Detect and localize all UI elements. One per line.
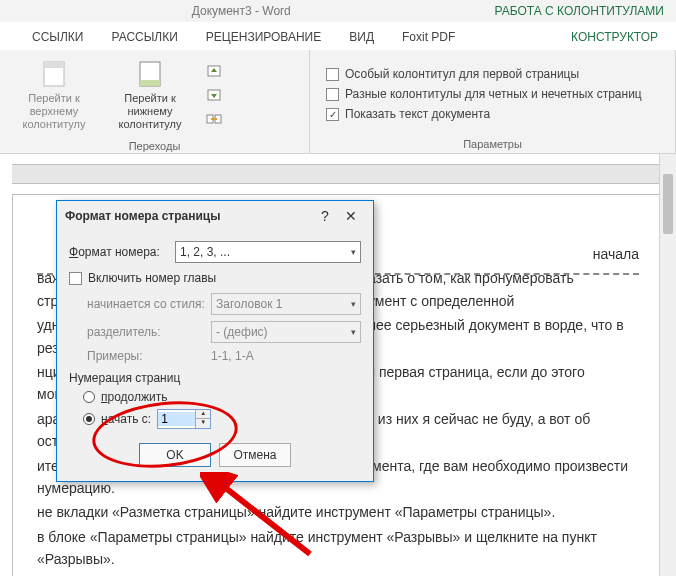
chevron-down-icon: ▾ xyxy=(351,327,356,337)
examples-label: Примеры: xyxy=(87,349,205,363)
group-nav-label: Переходы xyxy=(0,140,309,155)
tab-review[interactable]: РЕЦЕНЗИРОВАНИЕ xyxy=(192,24,335,50)
radio-icon xyxy=(83,391,95,403)
starts-style-label: начинается со стиля: xyxy=(87,297,205,311)
show-document-label: Показать текст документа xyxy=(345,107,490,121)
checkbox-icon xyxy=(69,272,82,285)
link-previous-button[interactable] xyxy=(202,108,226,130)
ribbon-tabs: ССЫЛКИ РАССЫЛКИ РЕЦЕНЗИРОВАНИЕ ВИД Foxit… xyxy=(0,22,676,50)
page-number-format-dialog: Формат номера страницы ? ✕ ФФормат номер… xyxy=(56,200,374,482)
separator-value: - (дефис) xyxy=(216,325,268,339)
scrollbar-thumb[interactable] xyxy=(663,174,673,234)
checkbox-icon xyxy=(326,68,339,81)
starts-style-value: Заголовок 1 xyxy=(216,297,282,311)
text-line: не вкладки «Разметка страницы» найдите и… xyxy=(37,501,639,523)
help-button[interactable]: ? xyxy=(313,208,337,224)
format-label: ФФормат номера:ормат номера: xyxy=(69,245,169,259)
continue-radio[interactable]: продолжить продолжить xyxy=(83,390,361,404)
tab-foxit[interactable]: Foxit PDF xyxy=(388,24,469,50)
dialog-title: Формат номера страницы xyxy=(65,209,313,223)
chevron-down-icon: ▾ xyxy=(351,247,356,257)
dialog-titlebar[interactable]: Формат номера страницы ? ✕ xyxy=(57,201,373,231)
spin-up-button[interactable]: ▲ xyxy=(196,410,210,419)
page-gap xyxy=(12,164,664,184)
group-params-label: Параметры xyxy=(310,138,675,153)
separator-dropdown: - (дефис) ▾ xyxy=(211,321,361,343)
tab-mailings[interactable]: РАССЫЛКИ xyxy=(97,24,191,50)
svg-rect-8 xyxy=(211,118,217,120)
different-odd-even-label: Разные колонтитулы для четных и нечетных… xyxy=(345,87,642,101)
number-format-dropdown[interactable]: 1, 2, 3, ... ▾ xyxy=(175,241,361,263)
prev-section-button[interactable] xyxy=(202,60,226,82)
link-icon xyxy=(206,111,222,127)
text-line: едприятия и фирмы, государственные орган… xyxy=(37,572,639,576)
next-section-button[interactable] xyxy=(202,84,226,106)
tab-links[interactable]: ССЫЛКИ xyxy=(18,24,97,50)
header-icon xyxy=(38,58,70,90)
vertical-scrollbar[interactable] xyxy=(659,154,676,576)
include-chapter-checkbox[interactable]: Включить номер главы xyxy=(69,271,361,285)
format-value: 1, 2, 3, ... xyxy=(180,245,230,259)
start-at-spinner[interactable]: 1 ▲ ▼ xyxy=(157,409,211,429)
checkbox-checked-icon: ✓ xyxy=(326,108,339,121)
page-numbering-group: Нумерация страниц xyxy=(69,371,361,385)
goto-footer-label: Перейти к нижнему колонтитулу xyxy=(104,92,196,132)
svg-rect-3 xyxy=(140,80,160,86)
continue-label: продолжить xyxy=(101,390,167,404)
next-icon xyxy=(206,87,222,103)
goto-header-button[interactable]: Перейти к верхнему колонтитулу xyxy=(6,54,102,136)
close-button[interactable]: ✕ xyxy=(337,208,365,224)
ok-button[interactable]: OK xyxy=(139,443,211,467)
goto-footer-button[interactable]: Перейти к нижнему колонтитулу xyxy=(102,54,198,136)
spin-down-button[interactable]: ▼ xyxy=(196,419,210,428)
title-bar: Документ3 - Word РАБОТА С КОЛОНТИТУЛАМИ xyxy=(0,0,676,22)
cancel-button[interactable]: Отмена xyxy=(219,443,291,467)
radio-checked-icon xyxy=(83,413,95,425)
chevron-down-icon: ▾ xyxy=(351,299,356,309)
different-odd-even-checkbox[interactable]: Разные колонтитулы для четных и нечетных… xyxy=(326,87,642,101)
start-at-value[interactable]: 1 xyxy=(158,412,195,426)
separator-label: разделитель: xyxy=(87,325,205,339)
ribbon-body: Перейти к верхнему колонтитулу Перейти к… xyxy=(0,50,676,154)
checkbox-icon xyxy=(326,88,339,101)
tab-design[interactable]: КОНСТРУКТОР xyxy=(553,24,676,50)
document-title: Документ3 - Word xyxy=(0,4,483,18)
contextual-tab-label: РАБОТА С КОЛОНТИТУЛАМИ xyxy=(483,4,677,18)
start-at-radio[interactable]: начать с: начать с: 1 ▲ ▼ xyxy=(83,409,361,429)
examples-value: 1-1, 1-A xyxy=(211,349,254,363)
goto-header-label: Перейти к верхнему колонтитулу xyxy=(8,92,100,132)
different-first-page-checkbox[interactable]: Особый колонтитул для первой страницы xyxy=(326,67,642,81)
show-document-text-checkbox[interactable]: ✓ Показать текст документа xyxy=(326,107,642,121)
svg-rect-1 xyxy=(44,62,64,68)
tab-view[interactable]: ВИД xyxy=(335,24,388,50)
text-line: в блоке «Параметры страницы» найдите инс… xyxy=(37,526,639,571)
chapter-style-dropdown: Заголовок 1 ▾ xyxy=(211,293,361,315)
footer-icon xyxy=(134,58,166,90)
prev-icon xyxy=(206,63,222,79)
different-first-label: Особый колонтитул для первой страницы xyxy=(345,67,579,81)
start-at-label: начать с: xyxy=(101,412,151,426)
include-chapter-label: Включить номер главы xyxy=(88,271,216,285)
